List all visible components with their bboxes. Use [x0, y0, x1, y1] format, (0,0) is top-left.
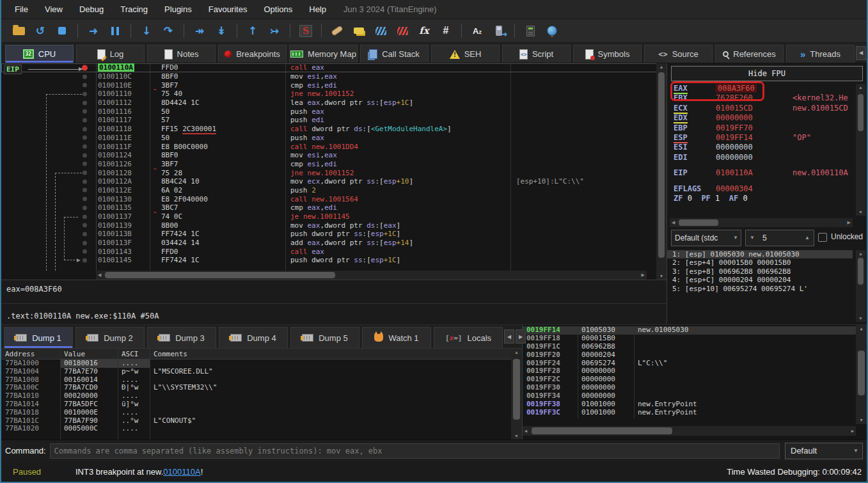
fx-button[interactable]: fx: [414, 22, 434, 40]
row-dot[interactable]: [83, 162, 87, 166]
patch-button[interactable]: [327, 22, 347, 40]
breakpoint-gutter[interactable]: [1, 160, 96, 169]
calling-convention-dropdown[interactable]: Default (stdc▼: [671, 230, 741, 246]
command-input[interactable]: [50, 443, 780, 459]
dump-tab-dump-2[interactable]: Dump 2: [75, 327, 145, 348]
scroll-thumb[interactable]: [658, 72, 665, 258]
row-dot[interactable]: [83, 109, 87, 114]
tab-scroll-left[interactable]: ◀: [856, 46, 866, 60]
menu-tracing[interactable]: Tracing: [112, 0, 156, 19]
menu-file[interactable]: File: [6, 0, 36, 19]
hide-fpu-button[interactable]: Hide FPU: [671, 66, 863, 81]
breakpoint-gutter[interactable]: [1, 186, 96, 195]
dump-header-asci[interactable]: ASCI: [118, 349, 150, 359]
step-into-button[interactable]: ↓: [137, 22, 156, 40]
disasm-row[interactable]: 01001143FFD0call eax: [1, 247, 657, 256]
tab-memory-map[interactable]: Memory Map: [289, 45, 358, 63]
stack-row[interactable]: 0019FF1401005030new.01005030: [523, 326, 856, 335]
register-row[interactable]: EIP0100110Anew.0100110A: [667, 168, 855, 178]
row-dot[interactable]: [83, 223, 87, 228]
row-dot[interactable]: [83, 171, 87, 175]
sweep-blue-button[interactable]: [371, 22, 390, 40]
scroll-up-arrow[interactable]: ▲: [511, 350, 522, 354]
disasm-row[interactable]: 0100111FE8 B00C0000call new.1001DD4: [1, 142, 657, 151]
tab-scroll-left[interactable]: ◀: [504, 329, 514, 344]
disasm-row[interactable]: 01001128ˇ75 28jne new.1001152: [1, 168, 657, 177]
row-dot[interactable]: [83, 205, 87, 210]
tab-log[interactable]: Log: [76, 45, 145, 63]
stack-row[interactable]: 0019FF3C01001000new.EntryPoint: [523, 409, 856, 417]
breakpoint-gutter[interactable]: [1, 194, 96, 203]
register-row[interactable]: EAX008A3F60: [667, 84, 855, 93]
step-out-button[interactable]: ↑: [243, 22, 262, 40]
stack-row[interactable]: 0019FF1C006962B8: [523, 343, 856, 351]
row-dot[interactable]: [83, 241, 87, 245]
disasm-row[interactable]: 01001137ˇ74 0Cje new.1001145: [1, 212, 657, 221]
open-button[interactable]: [9, 22, 28, 40]
disasm-hscrollbar[interactable]: ◀ ▶: [96, 271, 647, 280]
scroll-thumb[interactable]: [532, 427, 672, 434]
scroll-up-arrow[interactable]: ▲: [856, 85, 865, 90]
source-s-button[interactable]: S: [296, 22, 315, 40]
dump-vscrollbar[interactable]: ▲ ▼: [511, 349, 522, 439]
breakpoint-gutter[interactable]: [1, 177, 96, 186]
breakpoint-gutter[interactable]: [1, 221, 96, 230]
tab-source[interactable]: <>Source: [644, 45, 713, 63]
spinner-down-icon[interactable]: ▼: [750, 230, 755, 246]
scroll-thumb[interactable]: [858, 94, 864, 131]
stack-row[interactable]: 0019FF2800000000: [523, 367, 856, 376]
stack-row[interactable]: 0019FF2C00000000: [523, 376, 856, 384]
disasm-row[interactable]: 010011128D4424 1Clea eax,dword ptr ss:[e…: [1, 99, 657, 107]
menu-favourites[interactable]: Favourites: [200, 0, 256, 19]
breakpoint-gutter[interactable]: [1, 212, 96, 221]
scroll-right-arrow[interactable]: ▶: [851, 429, 854, 434]
dump-row[interactable]: 77BA100000180016....: [1, 360, 511, 368]
breakpoint-gutter[interactable]: [1, 81, 96, 90]
breakpoint-gutter[interactable]: [1, 116, 96, 125]
stack-row[interactable]: 0019FF3000000000: [523, 384, 856, 392]
row-dot[interactable]: [83, 145, 87, 149]
scroll-down-arrow[interactable]: ▼: [511, 434, 522, 438]
scroll-down-arrow[interactable]: ▼: [856, 210, 865, 214]
disasm-row[interactable]: 01001110ˇ75 40jne new.1001152: [1, 90, 657, 99]
pause-button[interactable]: [106, 22, 125, 40]
breakpoint-address-link[interactable]: 0100110A: [163, 467, 200, 477]
tab-cpu[interactable]: 32CPU: [5, 45, 74, 63]
disasm-row[interactable]: 0100110E3BF7cmp esi,edi: [1, 81, 657, 90]
scroll-down-arrow[interactable]: ▼: [656, 274, 667, 278]
menu-help[interactable]: Help: [301, 0, 335, 19]
argument-row[interactable]: 3: [esp+8] 006962B8 006962B8: [667, 267, 853, 276]
scroll-left-arrow[interactable]: ◀: [672, 220, 675, 225]
step-over-button[interactable]: ↷: [159, 22, 178, 40]
registers-hscrollbar[interactable]: ◀ ▶: [670, 218, 853, 227]
scroll-thumb[interactable]: [858, 351, 865, 395]
globe-button[interactable]: [542, 22, 562, 40]
dump-tab-dump-3[interactable]: Dump 3: [147, 327, 216, 348]
disasm-row[interactable]: 0100110C8BF0mov esi,eax: [1, 72, 657, 81]
tab-script[interactable]: Script: [502, 45, 571, 63]
argument-row[interactable]: 2: [esp+4] 000015B0 000015B0: [667, 258, 853, 267]
scroll-left-arrow[interactable]: ◀: [98, 273, 101, 278]
disasm-row[interactable]: 0100113BFF7424 1Cpush dword ptr ss:[esp+…: [1, 230, 657, 239]
scroll-right-arrow[interactable]: ▶: [848, 220, 851, 225]
dump-tab-dump-4[interactable]: Dump 4: [219, 327, 288, 348]
tab-notes[interactable]: Notes: [147, 45, 216, 63]
row-dot[interactable]: [83, 100, 87, 105]
scroll-down-arrow[interactable]: ▼: [856, 418, 867, 423]
breakpoint-gutter[interactable]: [1, 142, 96, 151]
register-row[interactable]: EDX00000000: [667, 113, 855, 123]
arguments-vscrollbar[interactable]: ▲ ▼: [856, 250, 865, 322]
menu-options[interactable]: Options: [255, 0, 301, 19]
tab-call-stack[interactable]: Call Stack: [360, 45, 429, 63]
spinner-up-icon[interactable]: ▲: [805, 230, 810, 246]
menu-debug[interactable]: Debug: [71, 0, 112, 19]
stack-vscrollbar[interactable]: ▲ ▼: [856, 325, 867, 424]
tab-seh[interactable]: SEH: [431, 45, 500, 63]
stack-row[interactable]: 0019FF3801001000new.EntryPoint: [523, 400, 856, 409]
breakpoint-gutter[interactable]: [1, 107, 96, 116]
disasm-row[interactable]: 01001130E8 2F040000call new.1001564: [1, 194, 657, 203]
comments-button[interactable]: [349, 22, 368, 40]
breakpoint-gutter[interactable]: [1, 239, 96, 248]
row-dot[interactable]: [83, 153, 87, 157]
stack-hscrollbar[interactable]: ◀ ▶: [523, 426, 856, 436]
